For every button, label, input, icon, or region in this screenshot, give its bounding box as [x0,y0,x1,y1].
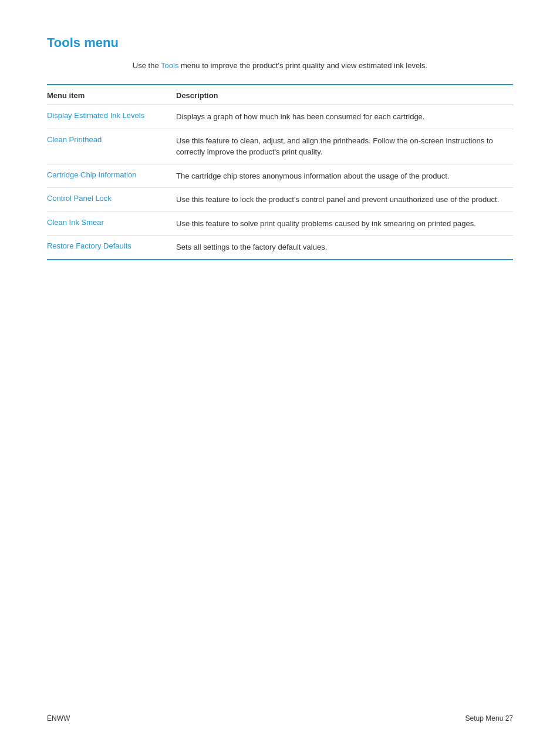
table-row: Control Panel LockUse this feature to lo… [47,188,513,212]
menu-item-link-2[interactable]: Cartridge Chip Information [47,170,176,182]
table-header: Menu item Description [47,85,513,105]
description-text-1: Use this feature to clean, adjust, and a… [176,135,513,158]
menu-item-link-5[interactable]: Restore Factory Defaults [47,241,176,253]
page-title: Tools menu [47,35,513,51]
intro-paragraph: Use the Tools menu to improve the produc… [47,61,513,70]
description-text-4: Use this feature to solve print quality … [176,218,513,230]
description-text-0: Displays a graph of how much ink has bee… [176,111,513,123]
footer-right: Setup Menu 27 [465,714,513,723]
description-text-2: The cartridge chip stores anonymous info… [176,170,513,182]
menu-item-link-4[interactable]: Clean Ink Smear [47,218,176,230]
intro-prefix: Use the [133,61,161,70]
col2-header: Description [176,91,513,100]
page-container: Tools menu Use the Tools menu to improve… [0,0,560,307]
menu-item-link-0[interactable]: Display Estimated Ink Levels [47,111,176,123]
table-row: Display Estimated Ink LevelsDisplays a g… [47,105,513,129]
col1-header: Menu item [47,91,176,100]
footer: ENWW Setup Menu 27 [47,714,513,723]
tools-link[interactable]: Tools [161,61,178,70]
table-row: Clean PrintheadUse this feature to clean… [47,129,513,164]
table-row: Restore Factory DefaultsSets all setting… [47,236,513,259]
description-text-3: Use this feature to lock the product's c… [176,194,513,206]
tools-table: Menu item Description Display Estimated … [47,84,513,260]
table-row: Cartridge Chip InformationThe cartridge … [47,164,513,189]
menu-item-link-1[interactable]: Clean Printhead [47,135,176,158]
table-row: Clean Ink SmearUse this feature to solve… [47,212,513,236]
table-rows: Display Estimated Ink LevelsDisplays a g… [47,105,513,259]
description-text-5: Sets all settings to the factory default… [176,241,513,253]
menu-item-link-3[interactable]: Control Panel Lock [47,194,176,206]
intro-suffix: menu to improve the product's print qual… [178,61,427,70]
footer-left: ENWW [47,714,70,723]
